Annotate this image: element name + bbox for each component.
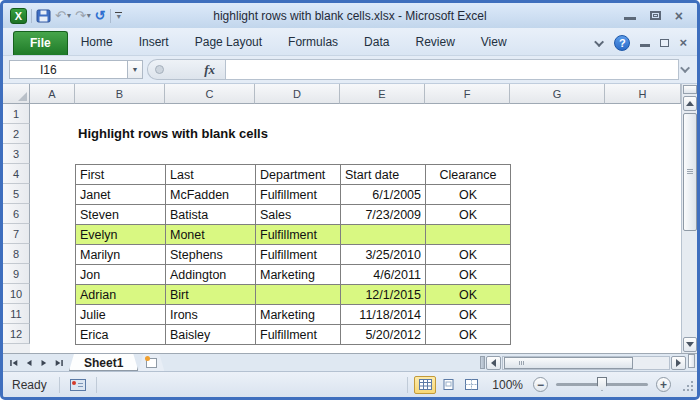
cell-blank[interactable]	[256, 285, 341, 305]
insert-worksheet-button[interactable]	[138, 354, 164, 371]
customize-qat-button[interactable]: ▾	[115, 7, 122, 25]
row-header[interactable]: 10	[3, 284, 30, 304]
split-handle[interactable]	[683, 85, 697, 94]
cell-blank[interactable]	[426, 225, 511, 245]
scroll-right-button[interactable]	[671, 356, 686, 370]
restore-button[interactable]	[650, 11, 661, 20]
cell[interactable]: OK	[426, 185, 511, 205]
row-header[interactable]: 2	[3, 124, 30, 144]
column-header-d[interactable]: D	[255, 84, 340, 104]
cell[interactable]: Evelyn	[76, 225, 166, 245]
row-header[interactable]: 7	[3, 224, 30, 244]
cell[interactable]: Steven	[76, 205, 166, 225]
row-header[interactable]: 5	[3, 184, 30, 204]
scroll-down-button[interactable]	[683, 337, 697, 352]
column-header-b[interactable]: B	[75, 84, 165, 104]
cell[interactable]: Fulfillment	[256, 185, 341, 205]
save-button[interactable]	[36, 7, 51, 25]
cell-grid[interactable]: Highlight rows with blank cells First La…	[30, 104, 681, 353]
cell[interactable]: Marketing	[256, 265, 341, 285]
row-header[interactable]: 6	[3, 204, 30, 224]
cell[interactable]: OK	[426, 265, 511, 285]
insert-function-button[interactable]: fx	[204, 62, 215, 78]
cell[interactable]: Erica	[76, 325, 166, 345]
cell[interactable]: 6/1/2005	[341, 185, 426, 205]
next-sheet-button[interactable]	[37, 356, 50, 369]
minimize-button[interactable]	[624, 17, 636, 20]
excel-logo-icon[interactable]: X	[10, 8, 27, 24]
cell[interactable]: Addington	[166, 265, 256, 285]
cell[interactable]: 7/23/2009	[341, 205, 426, 225]
column-header-c[interactable]: C	[165, 84, 255, 104]
cell[interactable]: 11/18/2014	[341, 305, 426, 325]
workbook-minimize-button[interactable]	[640, 44, 650, 47]
help-button[interactable]: ?	[614, 35, 630, 51]
tab-formulas[interactable]: Formulas	[275, 30, 351, 55]
normal-view-button[interactable]	[414, 376, 436, 394]
cell[interactable]: 12/1/2015	[341, 285, 426, 305]
column-header-e[interactable]: E	[340, 84, 425, 104]
tab-review[interactable]: Review	[402, 30, 467, 55]
cell[interactable]: Marilyn	[76, 245, 166, 265]
cell[interactable]: Marketing	[256, 305, 341, 325]
row-header[interactable]: 12	[3, 324, 30, 344]
row-header[interactable]: 9	[3, 264, 30, 284]
scrollbar-track[interactable]	[502, 356, 670, 370]
sheet-tab-sheet1[interactable]: Sheet1	[69, 354, 138, 371]
cell[interactable]: OK	[426, 325, 511, 345]
page-layout-view-button[interactable]	[437, 376, 459, 394]
workbook-restore-button[interactable]	[660, 39, 669, 47]
tab-data[interactable]: Data	[351, 30, 402, 55]
cell[interactable]: OK	[426, 305, 511, 325]
scroll-left-button[interactable]	[486, 356, 501, 370]
redo-button[interactable]: ↷ ▾	[75, 7, 91, 25]
column-header-a[interactable]: A	[30, 84, 75, 104]
split-handle[interactable]	[688, 354, 695, 368]
cell[interactable]: Irons	[166, 305, 256, 325]
doc-title-cell[interactable]: Highlight rows with blank cells	[78, 126, 268, 141]
cell[interactable]: Monet	[166, 225, 256, 245]
scrollbar-thumb[interactable]	[683, 113, 697, 231]
row-header[interactable]: 8	[3, 244, 30, 264]
prev-sheet-button[interactable]	[22, 356, 35, 369]
cell[interactable]: Janet	[76, 185, 166, 205]
cell[interactable]: Sales	[256, 205, 341, 225]
scrollbar-thumb[interactable]	[504, 357, 633, 369]
scroll-up-button[interactable]	[683, 96, 697, 111]
name-box-dropdown[interactable]: ▼	[127, 60, 143, 79]
row-header[interactable]: 1	[3, 104, 30, 124]
tab-split-handle[interactable]	[480, 356, 485, 369]
header-first[interactable]: First	[76, 165, 166, 185]
record-macro-button[interactable]	[70, 379, 86, 391]
cell[interactable]: Julie	[76, 305, 166, 325]
tab-home[interactable]: Home	[68, 30, 126, 55]
cell[interactable]: 5/20/2012	[341, 325, 426, 345]
cell[interactable]: Batista	[166, 205, 256, 225]
zoom-out-button[interactable]: −	[533, 377, 548, 392]
zoom-level[interactable]: 100%	[492, 378, 523, 392]
undo-button[interactable]: ↶ ▾	[55, 7, 71, 25]
zoom-in-button[interactable]: +	[656, 377, 671, 392]
cell[interactable]: Birt	[166, 285, 256, 305]
cell[interactable]: McFadden	[166, 185, 256, 205]
page-break-view-button[interactable]	[460, 376, 482, 394]
zoom-slider-thumb[interactable]	[597, 377, 607, 391]
column-header-h[interactable]: H	[605, 84, 681, 104]
first-sheet-button[interactable]	[7, 356, 20, 369]
column-header-g[interactable]: G	[510, 84, 605, 104]
zoom-slider-track[interactable]	[556, 383, 648, 386]
last-sheet-button[interactable]	[52, 356, 65, 369]
header-last[interactable]: Last	[166, 165, 256, 185]
row-header[interactable]: 3	[3, 144, 30, 164]
resize-grip[interactable]	[681, 379, 693, 391]
row-header[interactable]: 4	[3, 164, 30, 184]
cell[interactable]: OK	[426, 245, 511, 265]
collapse-ribbon-icon[interactable]	[595, 37, 605, 47]
row-header[interactable]: 11	[3, 304, 30, 324]
cell[interactable]: Fulfillment	[256, 325, 341, 345]
formula-input[interactable]	[225, 59, 679, 80]
cell-blank[interactable]	[341, 225, 426, 245]
cell[interactable]: 3/25/2010	[341, 245, 426, 265]
cell[interactable]: 4/6/2011	[341, 265, 426, 285]
horizontal-scrollbar[interactable]	[486, 354, 686, 371]
